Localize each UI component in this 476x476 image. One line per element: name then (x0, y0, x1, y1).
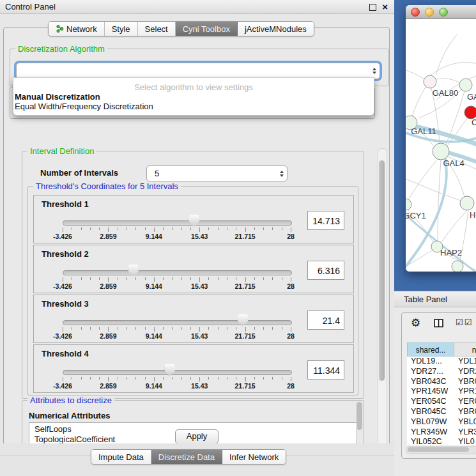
table-row[interactable]: YPR145WYPR1 (407, 387, 476, 397)
threshold-label: Threshold 1 (42, 199, 89, 209)
slider-tick (154, 377, 155, 381)
tab-network[interactable]: Network (49, 22, 105, 36)
cell-shared-name[interactable]: YER054C (407, 397, 454, 407)
close-panel-icon[interactable]: × (382, 4, 388, 10)
window-zoom-button[interactable] (439, 8, 448, 17)
network-canvas[interactable]: GAL80GACGAL11GAL4GCY1HHAP2 (406, 19, 476, 272)
slider-track[interactable] (63, 220, 292, 226)
threshold-value-field[interactable]: 6.316 (307, 261, 344, 280)
table-row[interactable]: YBL079WYBL0 (407, 417, 476, 427)
network-edge (438, 160, 441, 241)
number-of-intervals-combobox[interactable]: 5 (146, 165, 288, 181)
slider-tick (272, 227, 273, 230)
slider-track[interactable] (63, 270, 292, 275)
cell-name[interactable]: YIL0 (454, 437, 475, 445)
slider-tick (208, 377, 209, 380)
cell-shared-name[interactable]: YDR27... (407, 367, 454, 377)
table-row[interactable]: YLR345WYLR3 (407, 427, 476, 438)
column-header-shared-name[interactable]: shared... (407, 342, 454, 357)
slider-tick (272, 277, 273, 280)
dropdown-option-manual[interactable]: Manual Discretization (15, 92, 100, 102)
column-header-name[interactable]: na (454, 342, 476, 357)
network-node-label: HAP2 (440, 248, 462, 257)
cell-name[interactable]: YDR2 (454, 367, 476, 377)
threshold-value-field[interactable]: 14.713 (307, 211, 344, 230)
slider-tick (63, 227, 63, 232)
cell-name[interactable]: YBL0 (454, 417, 476, 427)
cell-shared-name[interactable]: YBR045C (407, 407, 454, 417)
cell-name[interactable]: YER0 (454, 397, 476, 407)
slider-tick (245, 277, 246, 282)
cell-shared-name[interactable]: YDL19... (407, 357, 454, 367)
network-node[interactable] (460, 196, 474, 210)
attributes-list-scrollbar[interactable] (357, 402, 362, 430)
slider-tick (181, 377, 182, 380)
network-node[interactable] (433, 143, 449, 160)
table-row[interactable]: YBR045CYBR0 (407, 407, 476, 417)
network-node[interactable] (464, 106, 476, 119)
cell-shared-name[interactable]: YPR145W (407, 387, 454, 397)
apply-button[interactable]: Apply (175, 429, 219, 444)
slider-tick (63, 277, 63, 282)
cell-name[interactable]: YDL1 (454, 357, 476, 367)
cell-name[interactable]: YPR1 (454, 387, 476, 397)
slider-tick (172, 227, 173, 230)
split-columns-icon[interactable] (434, 319, 444, 328)
network-node[interactable] (452, 261, 463, 272)
slider-tick (81, 327, 82, 330)
cell-shared-name[interactable]: YIL052C (407, 437, 454, 445)
dropdown-option-equal-width[interactable]: Equal Width/Frequency Discretization (15, 102, 153, 111)
table-horizontal-scrollbar[interactable] (406, 446, 476, 454)
network-node[interactable] (424, 75, 436, 88)
slider-track[interactable] (63, 320, 292, 325)
network-window-titlebar (406, 5, 476, 19)
slider-tick (254, 377, 255, 380)
table-row[interactable]: YDL19...YDL1 (407, 357, 476, 367)
tab-discretize-data[interactable]: Discretize Data (151, 450, 222, 464)
table-row[interactable]: YER054CYER0 (407, 397, 476, 407)
table-row[interactable]: YBR043CYBR0 (407, 377, 476, 387)
table-hscrollbar-thumb[interactable] (408, 447, 469, 452)
float-panel-icon[interactable] (369, 4, 376, 11)
tab-select[interactable]: Select (138, 22, 176, 36)
tab-infer-network[interactable]: Infer Network (222, 450, 286, 464)
gear-icon[interactable]: ⚙ (411, 316, 420, 330)
table-row[interactable]: YIL052CYIL0 (407, 437, 476, 445)
window-close-button[interactable] (411, 8, 420, 17)
slider-tick (72, 277, 72, 280)
checkboxes-icon[interactable]: ☑☑ (456, 318, 473, 327)
tab-jactivemnodules[interactable]: jActiveMNodules (238, 22, 314, 36)
slider-tick (291, 227, 291, 232)
slider-tick (218, 377, 219, 380)
slider-tick (118, 377, 118, 380)
slider-tick (208, 277, 209, 280)
network-node-label: H (470, 210, 475, 220)
tab-cyni-toolbox[interactable]: Cyni Toolbox (176, 22, 238, 36)
cell-shared-name[interactable]: YLR345W (407, 427, 454, 438)
cell-shared-name[interactable]: YBL079W (407, 417, 454, 427)
window-minimize-button[interactable] (425, 8, 434, 17)
settings-scrollbar-thumb[interactable] (379, 160, 385, 381)
table-row[interactable]: YDR27...YDR2 (407, 367, 476, 377)
dropdown-prompt: Select algorithm to view settings (13, 82, 374, 92)
threshold-value-field[interactable]: 11.344 (307, 360, 344, 380)
network-node[interactable] (406, 199, 411, 210)
slider-track[interactable] (63, 370, 292, 375)
threshold-value-field[interactable]: 21.4 (307, 311, 344, 330)
network-node-label: GAL11 (411, 127, 436, 136)
tab-impute-data[interactable]: Impute Data (91, 450, 151, 464)
settings-scrollbar[interactable] (378, 148, 387, 452)
slider-tick (272, 377, 273, 380)
slider-tick (263, 327, 264, 330)
cell-shared-name[interactable]: YBR043C (407, 377, 454, 387)
network-icon (56, 24, 64, 33)
cell-name[interactable]: YBR0 (454, 407, 476, 417)
network-graph: GAL80GACGAL11GAL4GCY1HHAP2 (406, 19, 476, 272)
slider-tick (291, 377, 291, 381)
slider-tick (118, 277, 118, 280)
network-node[interactable] (459, 79, 472, 91)
cell-name[interactable]: YLR3 (454, 427, 476, 438)
cell-name[interactable]: YBR0 (454, 377, 476, 387)
tab-style[interactable]: Style (105, 22, 138, 36)
slider-tick (145, 377, 146, 380)
